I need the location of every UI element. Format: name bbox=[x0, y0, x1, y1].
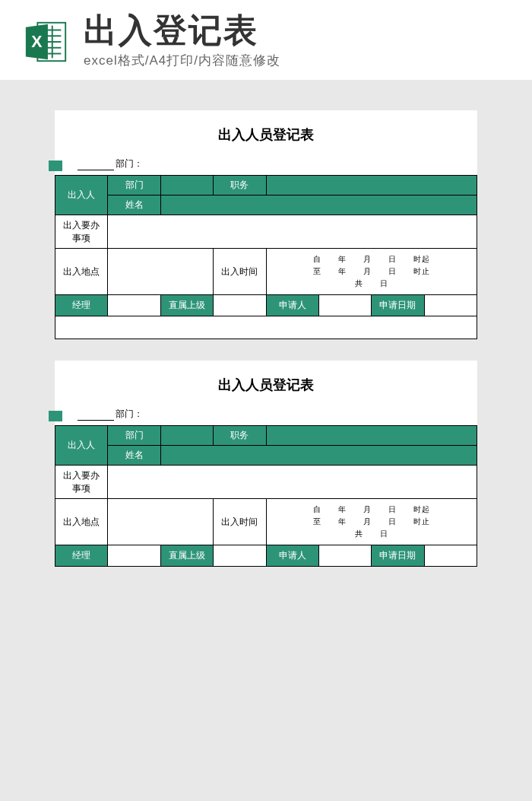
dept-line: 部门： bbox=[55, 405, 477, 425]
form-sheet: 出入人员登记表 部门： 出入人 部门 职务 姓名 出入要办事项 bbox=[55, 110, 477, 339]
cell-supervisor: 直属上级 bbox=[160, 295, 213, 316]
cell-applicant-val bbox=[318, 295, 371, 316]
cell-applicant: 申请人 bbox=[266, 295, 318, 316]
dept-label: 部门： bbox=[116, 158, 143, 169]
cell-matters: 出入要办事项 bbox=[55, 466, 108, 499]
cell-location: 出入地点 bbox=[55, 499, 108, 545]
cell-applydate: 申请日期 bbox=[372, 295, 424, 316]
header-text-block: 出入登记表 excel格式/A4打印/内容随意修改 bbox=[84, 14, 509, 69]
blank-row bbox=[55, 316, 477, 339]
cell-name: 姓名 bbox=[108, 195, 160, 215]
form-title: 出入人员登记表 bbox=[55, 110, 477, 154]
cell-applydate-val bbox=[424, 545, 477, 567]
cell-name: 姓名 bbox=[108, 446, 160, 466]
cell-time-val: 自 年 月 日 时起 至 年 月 日 时止 共 日 bbox=[266, 249, 477, 295]
cell-applydate: 申请日期 bbox=[372, 545, 424, 567]
cell-person: 出入人 bbox=[55, 426, 108, 466]
cell-time: 出入时间 bbox=[214, 499, 266, 545]
page-header: X 出入登记表 excel格式/A4打印/内容随意修改 bbox=[0, 0, 532, 80]
cell-position: 职务 bbox=[214, 426, 266, 446]
cell-applicant-val bbox=[318, 545, 371, 567]
cell-location-val bbox=[108, 249, 214, 295]
cell-name-val bbox=[160, 446, 477, 466]
dept-line: 部门： bbox=[55, 154, 477, 175]
preview-canvas: 出入人员登记表 部门： 出入人 部门 职务 姓名 出入要办事项 bbox=[0, 80, 532, 603]
cell-manager: 经理 bbox=[55, 295, 108, 316]
cell-position-val bbox=[266, 426, 477, 446]
cell-supervisor-val bbox=[214, 295, 266, 316]
cell-applicant: 申请人 bbox=[266, 545, 318, 567]
form-sheet: 出入人员登记表 部门： 出入人 部门 职务 姓名 出入要办事项 bbox=[55, 361, 477, 567]
registration-table: 出入人 部门 职务 姓名 出入要办事项 出入地点 出入时间 bbox=[55, 175, 477, 339]
cell-dept: 部门 bbox=[108, 176, 160, 195]
cell-location: 出入地点 bbox=[55, 249, 108, 295]
cell-manager-val bbox=[108, 545, 160, 567]
cell-applydate-val bbox=[424, 295, 477, 316]
cell-dept: 部门 bbox=[108, 426, 160, 446]
cell-supervisor: 直属上级 bbox=[160, 545, 213, 567]
svg-text:X: X bbox=[31, 32, 43, 50]
cell-dept-val bbox=[160, 176, 213, 195]
cell-matters-val bbox=[108, 215, 477, 249]
form-title: 出入人员登记表 bbox=[55, 361, 477, 405]
cell-position-val bbox=[266, 176, 477, 195]
cell-position: 职务 bbox=[214, 176, 266, 195]
cell-manager: 经理 bbox=[55, 545, 108, 567]
cell-location-val bbox=[108, 499, 214, 545]
dept-label: 部门： bbox=[116, 408, 143, 419]
cell-matters-val bbox=[108, 466, 477, 499]
header-subtitle: excel格式/A4打印/内容随意修改 bbox=[84, 52, 509, 69]
header-title: 出入登记表 bbox=[84, 14, 509, 47]
cell-dept-val bbox=[160, 426, 213, 446]
registration-table: 出入人 部门 职务 姓名 出入要办事项 出入地点 出入时间 bbox=[55, 425, 477, 567]
cell-supervisor-val bbox=[214, 545, 266, 567]
cell-person: 出入人 bbox=[55, 176, 108, 215]
cell-manager-val bbox=[108, 295, 160, 316]
excel-icon: X bbox=[23, 18, 70, 65]
cell-time: 出入时间 bbox=[214, 249, 266, 295]
cell-time-val: 自 年 月 日 时起 至 年 月 日 时止 共 日 bbox=[266, 499, 477, 545]
cell-name-val bbox=[160, 195, 477, 215]
cell-matters: 出入要办事项 bbox=[55, 215, 108, 249]
